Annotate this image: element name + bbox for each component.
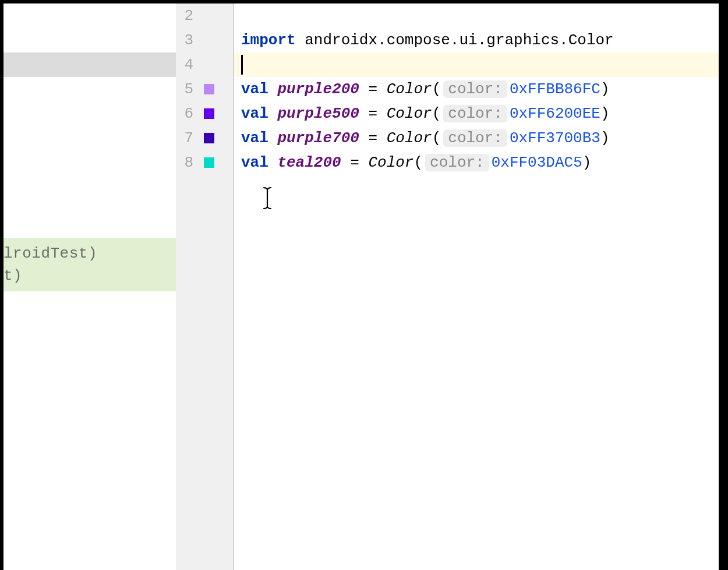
color-swatch-icon[interactable]	[204, 84, 214, 94]
code-line-3[interactable]: import androidx.compose.ui.graphics.Colo…	[234, 28, 719, 52]
line-number: 6	[176, 105, 193, 122]
equals: =	[359, 129, 387, 147]
identifier: purple700	[268, 129, 359, 147]
keyword-val: val	[241, 80, 268, 98]
text-cursor-icon	[262, 187, 274, 215]
line-number: 4	[176, 56, 193, 73]
project-sidebar[interactable]: lroidTest) t)	[3, 3, 176, 570]
line-number: 3	[176, 31, 193, 49]
gutter-row[interactable]: 4	[176, 52, 233, 77]
sidebar-selection[interactable]	[3, 52, 176, 77]
window-frame-right	[719, 0, 728, 570]
gutter-row[interactable]: 8	[176, 150, 233, 175]
color-swatch-icon[interactable]	[204, 133, 214, 143]
open-paren: (	[432, 129, 441, 147]
parameter-hint: color:	[443, 105, 507, 122]
identifier: purple500	[268, 105, 359, 122]
open-paren: (	[414, 154, 423, 171]
identifier: purple200	[268, 80, 359, 98]
code-line-7[interactable]: val purple700 = Color(color:0xFF3700B3)	[234, 126, 719, 150]
close-paren: )	[600, 80, 610, 98]
sidebar-test-sources[interactable]: lroidTest) t)	[3, 238, 176, 291]
open-paren: (	[432, 80, 441, 98]
line-number: 7	[176, 129, 193, 147]
color-swatch-icon[interactable]	[204, 108, 214, 119]
code-line-4-current[interactable]	[234, 52, 719, 77]
code-line-8[interactable]: val teal200 = Color(color:0xFF03DAC5)	[234, 150, 719, 175]
line-number: 5	[176, 80, 193, 98]
hex-literal: 0xFFBB86FC	[510, 80, 600, 98]
sidebar-item-androidtest[interactable]: lroidTest)	[3, 242, 176, 265]
gutter-row[interactable]: 3	[176, 28, 233, 52]
hex-literal: 0xFF6200EE	[510, 105, 600, 122]
gutter-row[interactable]: 7	[176, 126, 233, 150]
parameter-hint: color:	[425, 154, 489, 171]
hex-literal: 0xFF3700B3	[510, 129, 600, 147]
keyword-val: val	[241, 154, 268, 171]
parameter-hint: color:	[443, 80, 507, 98]
color-swatch-icon[interactable]	[204, 157, 214, 168]
identifier: teal200	[268, 154, 341, 171]
close-paren: )	[582, 154, 592, 171]
line-number: 2	[176, 7, 193, 24]
open-paren: (	[432, 105, 441, 122]
equals: =	[359, 105, 387, 122]
editor-container: lroidTest) t) 2 3 4 5 6 7 8	[3, 3, 719, 570]
hex-literal: 0xFF03DAC5	[492, 154, 582, 171]
line-number-gutter[interactable]: 2 3 4 5 6 7 8	[176, 3, 234, 570]
line-number: 8	[176, 154, 193, 171]
keyword-val: val	[241, 105, 268, 122]
gutter-row[interactable]: 6	[176, 101, 233, 126]
keyword-val: val	[241, 129, 268, 147]
equals: =	[359, 80, 387, 98]
parameter-hint: color:	[443, 129, 507, 147]
code-line-6[interactable]: val purple500 = Color(color:0xFF6200EE)	[234, 101, 719, 126]
gutter-row[interactable]: 2	[176, 3, 233, 28]
function-call: Color	[387, 105, 432, 122]
close-paren: )	[600, 129, 610, 147]
keyword-import: import	[241, 31, 296, 49]
sidebar-item-test[interactable]: t)	[3, 265, 176, 287]
close-paren: )	[600, 105, 610, 122]
code-line-5[interactable]: val purple200 = Color(color:0xFFBB86FC)	[234, 77, 719, 101]
code-line-2[interactable]	[234, 3, 719, 28]
function-call: Color	[368, 154, 414, 171]
text-caret	[241, 55, 243, 75]
gutter-row[interactable]: 5	[176, 77, 233, 101]
equals: =	[341, 154, 369, 171]
import-path: androidx.compose.ui.graphics.Color	[296, 31, 614, 49]
function-call: Color	[387, 80, 432, 98]
function-call: Color	[387, 129, 432, 147]
code-editor[interactable]: import androidx.compose.ui.graphics.Colo…	[234, 3, 719, 570]
